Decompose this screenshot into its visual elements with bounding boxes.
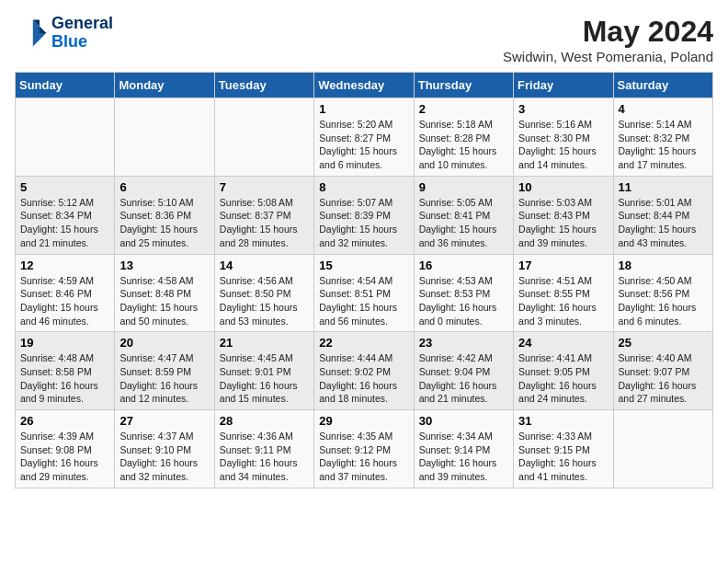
day-info: Sunrise: 4:45 AM Sunset: 9:01 PM Dayligh… bbox=[220, 351, 309, 406]
calendar-cell: 17Sunrise: 4:51 AM Sunset: 8:55 PM Dayli… bbox=[514, 254, 613, 332]
day-info: Sunrise: 4:56 AM Sunset: 8:50 PM Dayligh… bbox=[220, 274, 309, 328]
day-info: Sunrise: 5:10 AM Sunset: 8:36 PM Dayligh… bbox=[119, 196, 209, 250]
calendar-cell: 29Sunrise: 4:35 AM Sunset: 9:12 PM Dayli… bbox=[314, 410, 414, 488]
week-row-3: 12Sunrise: 4:59 AM Sunset: 8:46 PM Dayli… bbox=[16, 254, 713, 332]
day-number: 7 bbox=[220, 180, 309, 194]
calendar-cell: 15Sunrise: 4:54 AM Sunset: 8:51 PM Dayli… bbox=[314, 254, 414, 332]
week-row-1: 1Sunrise: 5:20 AM Sunset: 8:27 PM Daylig… bbox=[16, 98, 713, 177]
weekday-header-friday: Friday bbox=[514, 73, 613, 98]
calendar-cell: 3Sunrise: 5:16 AM Sunset: 8:30 PM Daylig… bbox=[514, 98, 613, 177]
day-info: Sunrise: 4:58 AM Sunset: 8:48 PM Dayligh… bbox=[119, 274, 209, 328]
day-info: Sunrise: 4:53 AM Sunset: 8:53 PM Dayligh… bbox=[419, 274, 508, 328]
day-info: Sunrise: 5:07 AM Sunset: 8:39 PM Dayligh… bbox=[319, 196, 408, 250]
day-number: 2 bbox=[419, 102, 508, 116]
day-number: 11 bbox=[619, 180, 708, 194]
logo: General Blue bbox=[15, 15, 113, 52]
calendar-cell: 11Sunrise: 5:01 AM Sunset: 8:44 PM Dayli… bbox=[613, 176, 712, 254]
day-number: 9 bbox=[419, 180, 508, 194]
calendar-cell: 19Sunrise: 4:48 AM Sunset: 8:58 PM Dayli… bbox=[16, 332, 115, 410]
day-info: Sunrise: 4:44 AM Sunset: 9:02 PM Dayligh… bbox=[319, 351, 408, 406]
title-block: May 2024 Swidwin, West Pomerania, Poland bbox=[503, 15, 713, 64]
day-info: Sunrise: 5:18 AM Sunset: 8:28 PM Dayligh… bbox=[419, 118, 508, 172]
day-info: Sunrise: 5:16 AM Sunset: 8:30 PM Dayligh… bbox=[518, 118, 608, 172]
day-number: 27 bbox=[119, 414, 209, 428]
day-info: Sunrise: 5:08 AM Sunset: 8:37 PM Dayligh… bbox=[220, 196, 309, 250]
weekday-header-monday: Monday bbox=[115, 73, 214, 98]
day-number: 15 bbox=[319, 259, 408, 272]
calendar-cell: 5Sunrise: 5:12 AM Sunset: 8:34 PM Daylig… bbox=[16, 176, 115, 254]
day-info: Sunrise: 4:51 AM Sunset: 8:55 PM Dayligh… bbox=[518, 274, 608, 328]
calendar-cell: 30Sunrise: 4:34 AM Sunset: 9:14 PM Dayli… bbox=[414, 410, 513, 488]
day-number: 14 bbox=[220, 259, 309, 272]
calendar-cell: 21Sunrise: 4:45 AM Sunset: 9:01 PM Dayli… bbox=[214, 332, 313, 410]
calendar-table: SundayMondayTuesdayWednesdayThursdayFrid… bbox=[15, 72, 713, 488]
day-info: Sunrise: 5:01 AM Sunset: 8:44 PM Dayligh… bbox=[619, 196, 708, 250]
day-number: 8 bbox=[319, 180, 408, 194]
day-number: 31 bbox=[518, 414, 608, 428]
logo-text: General Blue bbox=[51, 15, 113, 52]
calendar-cell: 4Sunrise: 5:14 AM Sunset: 8:32 PM Daylig… bbox=[613, 98, 712, 177]
calendar-cell: 24Sunrise: 4:41 AM Sunset: 9:05 PM Dayli… bbox=[514, 332, 613, 410]
day-number: 25 bbox=[619, 336, 708, 350]
day-info: Sunrise: 4:42 AM Sunset: 9:04 PM Dayligh… bbox=[419, 351, 508, 406]
location: Swidwin, West Pomerania, Poland bbox=[503, 49, 713, 64]
calendar-cell: 2Sunrise: 5:18 AM Sunset: 8:28 PM Daylig… bbox=[414, 98, 513, 177]
day-number: 17 bbox=[518, 259, 608, 272]
day-number: 6 bbox=[119, 180, 209, 194]
day-number: 10 bbox=[518, 180, 608, 194]
calendar-cell: 7Sunrise: 5:08 AM Sunset: 8:37 PM Daylig… bbox=[214, 176, 313, 254]
calendar-cell: 1Sunrise: 5:20 AM Sunset: 8:27 PM Daylig… bbox=[314, 98, 414, 177]
day-info: Sunrise: 4:47 AM Sunset: 8:59 PM Dayligh… bbox=[119, 351, 209, 406]
calendar-cell: 14Sunrise: 4:56 AM Sunset: 8:50 PM Dayli… bbox=[214, 254, 313, 332]
day-number: 16 bbox=[419, 259, 508, 272]
day-info: Sunrise: 4:41 AM Sunset: 9:05 PM Dayligh… bbox=[518, 351, 608, 406]
day-number: 22 bbox=[319, 336, 408, 350]
calendar-cell: 12Sunrise: 4:59 AM Sunset: 8:46 PM Dayli… bbox=[16, 254, 115, 332]
day-number: 30 bbox=[419, 414, 508, 428]
day-info: Sunrise: 4:59 AM Sunset: 8:46 PM Dayligh… bbox=[20, 274, 109, 328]
calendar-cell: 20Sunrise: 4:47 AM Sunset: 8:59 PM Dayli… bbox=[115, 332, 214, 410]
calendar-cell bbox=[16, 98, 115, 177]
logo-icon bbox=[15, 17, 48, 50]
day-info: Sunrise: 5:05 AM Sunset: 8:41 PM Dayligh… bbox=[419, 196, 508, 250]
day-number: 28 bbox=[220, 414, 309, 428]
calendar-cell: 22Sunrise: 4:44 AM Sunset: 9:02 PM Dayli… bbox=[314, 332, 414, 410]
day-number: 1 bbox=[319, 102, 408, 116]
day-info: Sunrise: 4:33 AM Sunset: 9:15 PM Dayligh… bbox=[518, 430, 608, 484]
day-info: Sunrise: 4:50 AM Sunset: 8:56 PM Dayligh… bbox=[619, 274, 708, 328]
calendar-cell: 27Sunrise: 4:37 AM Sunset: 9:10 PM Dayli… bbox=[115, 410, 214, 488]
day-number: 19 bbox=[20, 336, 109, 350]
day-info: Sunrise: 5:20 AM Sunset: 8:27 PM Dayligh… bbox=[319, 118, 408, 172]
day-info: Sunrise: 4:36 AM Sunset: 9:11 PM Dayligh… bbox=[220, 430, 309, 484]
calendar-cell: 10Sunrise: 5:03 AM Sunset: 8:43 PM Dayli… bbox=[514, 176, 613, 254]
calendar-cell: 9Sunrise: 5:05 AM Sunset: 8:41 PM Daylig… bbox=[414, 176, 513, 254]
day-number: 20 bbox=[119, 336, 209, 350]
day-number: 5 bbox=[20, 180, 109, 194]
day-info: Sunrise: 4:39 AM Sunset: 9:08 PM Dayligh… bbox=[20, 430, 109, 484]
day-number: 26 bbox=[20, 414, 109, 428]
day-number: 13 bbox=[119, 259, 209, 272]
calendar-cell bbox=[613, 410, 712, 488]
calendar-cell bbox=[115, 98, 214, 177]
calendar-cell: 6Sunrise: 5:10 AM Sunset: 8:36 PM Daylig… bbox=[115, 176, 214, 254]
day-info: Sunrise: 4:35 AM Sunset: 9:12 PM Dayligh… bbox=[319, 430, 408, 484]
day-number: 18 bbox=[619, 259, 708, 272]
weekday-header-tuesday: Tuesday bbox=[214, 73, 313, 98]
calendar-cell: 28Sunrise: 4:36 AM Sunset: 9:11 PM Dayli… bbox=[214, 410, 313, 488]
week-row-5: 26Sunrise: 4:39 AM Sunset: 9:08 PM Dayli… bbox=[16, 410, 713, 488]
day-info: Sunrise: 4:37 AM Sunset: 9:10 PM Dayligh… bbox=[119, 430, 209, 484]
week-row-4: 19Sunrise: 4:48 AM Sunset: 8:58 PM Dayli… bbox=[16, 332, 713, 410]
day-info: Sunrise: 4:40 AM Sunset: 9:07 PM Dayligh… bbox=[619, 351, 708, 406]
weekday-header-row: SundayMondayTuesdayWednesdayThursdayFrid… bbox=[16, 73, 713, 98]
page-header: General Blue May 2024 Swidwin, West Pome… bbox=[15, 15, 713, 64]
calendar-cell: 31Sunrise: 4:33 AM Sunset: 9:15 PM Dayli… bbox=[514, 410, 613, 488]
day-info: Sunrise: 5:03 AM Sunset: 8:43 PM Dayligh… bbox=[518, 196, 608, 250]
calendar-cell bbox=[214, 98, 313, 177]
weekday-header-wednesday: Wednesday bbox=[314, 73, 414, 98]
day-info: Sunrise: 4:54 AM Sunset: 8:51 PM Dayligh… bbox=[319, 274, 408, 328]
day-info: Sunrise: 4:48 AM Sunset: 8:58 PM Dayligh… bbox=[20, 351, 109, 406]
day-info: Sunrise: 5:14 AM Sunset: 8:32 PM Dayligh… bbox=[619, 118, 708, 172]
day-number: 23 bbox=[419, 336, 508, 350]
day-number: 24 bbox=[518, 336, 608, 350]
month-title: May 2024 bbox=[503, 15, 713, 49]
